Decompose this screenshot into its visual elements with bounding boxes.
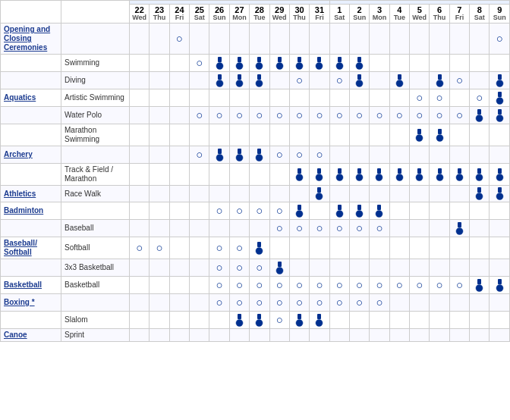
- event-cell-j26: [209, 24, 229, 55]
- medal-icon: [314, 187, 324, 200]
- event-circle: ○: [256, 278, 263, 292]
- sport-cell[interactable]: Archery: [1, 146, 61, 164]
- svg-point-16: [216, 80, 223, 86]
- discipline-cell: Diving: [61, 72, 130, 89]
- event-cell-a6: [430, 259, 449, 277]
- svg-rect-15: [357, 57, 361, 62]
- event-cell-a8: [470, 164, 490, 186]
- svg-point-98: [316, 319, 323, 326]
- event-cell-a4: [389, 24, 409, 55]
- event-cell-j25: ○: [190, 55, 209, 72]
- event-cell-j22: [130, 89, 150, 107]
- event-cell-j31: [310, 329, 329, 342]
- medal-icon: [495, 279, 505, 292]
- sport-cell[interactable]: Canoe: [1, 329, 61, 342]
- sport-name: Badminton: [4, 206, 43, 215]
- event-cell-j25: [190, 294, 209, 312]
- svg-point-74: [296, 210, 303, 217]
- medal-icon: [435, 129, 445, 142]
- svg-point-82: [456, 227, 463, 234]
- event-cell-a5: [410, 294, 430, 312]
- event-cell-a9: [490, 237, 510, 259]
- event-cell-a6: ○: [430, 107, 449, 124]
- medal-icon: [294, 205, 304, 218]
- medal-icon: [335, 168, 345, 181]
- event-cell-a7: ○: [449, 72, 469, 89]
- event-cell-j24: [169, 237, 189, 259]
- svg-rect-87: [278, 262, 282, 267]
- svg-point-76: [336, 210, 343, 217]
- event-cell-j31: [310, 24, 329, 55]
- event-circle: ○: [136, 241, 143, 255]
- sport-cell[interactable]: Opening and Closing Ceremonies: [1, 24, 61, 55]
- svg-point-72: [496, 193, 503, 200]
- medal-icon: [414, 168, 424, 181]
- event-cell-j30: [289, 124, 309, 146]
- sport-cell[interactable]: Boxing *: [1, 294, 61, 312]
- sport-cell[interactable]: Basketball: [1, 277, 61, 294]
- medal-icon: [215, 57, 225, 70]
- event-circle: ○: [376, 296, 382, 309]
- event-cell-a8: [470, 277, 490, 294]
- event-cell-a2: [349, 124, 369, 146]
- svg-rect-11: [317, 57, 321, 62]
- event-cell-a9: [490, 107, 510, 124]
- medal-icon: [254, 314, 264, 327]
- svg-point-52: [356, 174, 363, 180]
- svg-point-8: [296, 62, 303, 69]
- discipline-cell: [61, 294, 130, 312]
- event-cell-j30: ○: [289, 72, 309, 89]
- svg-rect-99: [317, 314, 321, 319]
- svg-point-0: [216, 62, 223, 69]
- medal-icon: [235, 149, 244, 161]
- event-cell-a6: [430, 220, 449, 237]
- svg-rect-1: [218, 57, 222, 62]
- event-circle: ○: [256, 204, 263, 218]
- svg-rect-35: [498, 109, 502, 114]
- sport-cell[interactable]: Athletics: [1, 186, 61, 202]
- event-cell-a3: ○: [370, 277, 389, 294]
- event-cell-j26: [209, 164, 229, 186]
- table-row: Baseball○○○○○○: [1, 220, 510, 237]
- event-cell-j22: [130, 164, 150, 186]
- event-cell-j31: ○: [310, 277, 329, 294]
- event-cell-a5: [410, 259, 430, 277]
- event-cell-j24: [169, 186, 189, 202]
- svg-point-64: [476, 174, 483, 180]
- svg-point-26: [436, 80, 443, 86]
- event-cell-j26: [209, 329, 229, 342]
- svg-rect-25: [398, 74, 401, 80]
- svg-point-6: [276, 62, 283, 69]
- event-cell-j29: [269, 89, 289, 107]
- discipline-cell: Swimming: [61, 55, 130, 72]
- event-circle: ○: [276, 148, 283, 161]
- event-circle: ○: [216, 296, 223, 309]
- svg-rect-53: [357, 168, 361, 174]
- sport-cell[interactable]: Aquatics: [1, 89, 61, 107]
- medal-icon: [294, 57, 304, 70]
- event-cell-j26: [209, 55, 229, 72]
- medal-icon: [335, 205, 345, 218]
- event-circle: ○: [396, 108, 403, 122]
- event-cell-a1: [329, 312, 349, 329]
- event-cell-a5: [410, 220, 430, 237]
- event-cell-j30: [289, 202, 309, 220]
- event-circle: ○: [196, 56, 203, 70]
- event-cell-a1: [329, 202, 349, 220]
- event-cell-a6: [430, 146, 449, 164]
- day-header-j29: 29Wed: [269, 5, 289, 24]
- sport-name: Boxing *: [4, 298, 35, 306]
- svg-rect-27: [438, 74, 442, 80]
- event-cell-a7: ○: [449, 107, 469, 124]
- event-cell-j27: ○: [229, 294, 249, 312]
- event-cell-j29: ○: [269, 107, 289, 124]
- event-cell-a9: [490, 329, 510, 342]
- event-circle: ○: [296, 296, 303, 309]
- svg-rect-89: [477, 279, 481, 284]
- event-cell-j23: [150, 277, 169, 294]
- sport-cell: [1, 259, 61, 277]
- event-cell-a1: [329, 124, 349, 146]
- sport-cell[interactable]: Baseball/ Softball: [1, 237, 61, 259]
- sport-cell[interactable]: Badminton: [1, 202, 61, 220]
- day-header-j27: 27Mon: [229, 5, 249, 24]
